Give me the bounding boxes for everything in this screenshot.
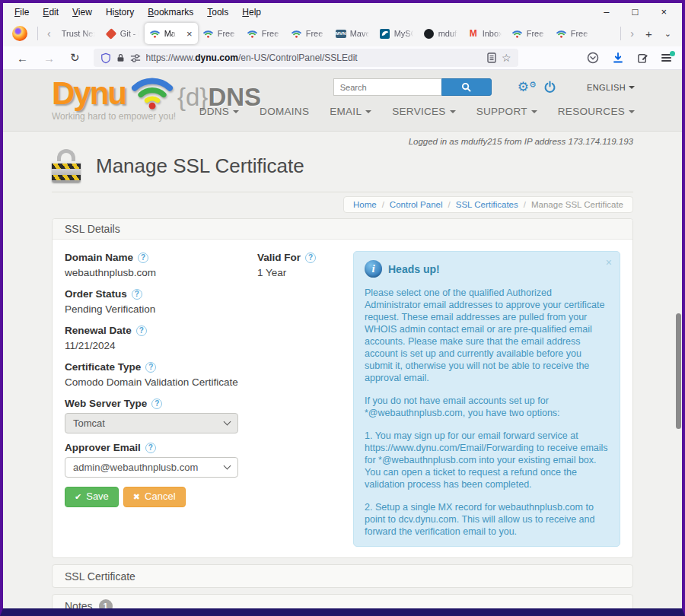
tab[interactable]: MySQ bbox=[374, 23, 419, 44]
reader-mode-icon[interactable] bbox=[487, 52, 496, 63]
reload-button[interactable]: ↻ bbox=[64, 51, 86, 65]
scroll-tabs-left-button[interactable]: ‹ bbox=[42, 27, 56, 40]
help-icon[interactable]: ? bbox=[305, 252, 316, 263]
cancel-button[interactable]: ✖Cancel bbox=[123, 487, 186, 507]
page-title-row: Manage SSL Certificate bbox=[52, 146, 633, 192]
breadcrumb-manage-ssl-certificate: Manage SSL Certificate bbox=[531, 200, 623, 209]
tab[interactable]: MVNMaven bbox=[330, 23, 374, 44]
notes-section[interactable]: Notes 1 bbox=[52, 594, 633, 608]
address-bar[interactable]: https://www.dynu.com/en-US/ControlPanel/… bbox=[94, 49, 518, 67]
nav-label: DOMAINS bbox=[260, 106, 309, 117]
tab[interactable]: Free d bbox=[242, 23, 286, 44]
permissions-icon[interactable] bbox=[130, 53, 141, 63]
bookmark-star-icon[interactable]: ☆ bbox=[502, 52, 511, 64]
breadcrumb-ssl-certificates[interactable]: SSL Certificates bbox=[456, 200, 518, 209]
navigation-toolbar: ← → ↻ https://www.dynu.com/en-US/Control… bbox=[3, 46, 682, 70]
help-icon[interactable]: ? bbox=[132, 289, 142, 300]
menu-help[interactable]: Help bbox=[235, 5, 268, 20]
scroll-tabs-right-button[interactable]: › bbox=[625, 27, 639, 40]
forward-button[interactable]: → bbox=[37, 52, 61, 65]
minimize-button[interactable]: – bbox=[604, 7, 609, 17]
check-icon: ✔ bbox=[75, 491, 81, 502]
help-icon[interactable]: ? bbox=[138, 252, 148, 263]
settings-gears-icon[interactable]: ⚙⚙ bbox=[518, 81, 537, 94]
field-label: Certificate Type bbox=[65, 361, 141, 373]
nav-item-support[interactable]: SUPPORT bbox=[476, 106, 537, 117]
nav-label: RESOURCES bbox=[558, 106, 625, 117]
back-button[interactable]: ← bbox=[11, 52, 34, 65]
caret-down-icon bbox=[365, 110, 371, 113]
help-icon[interactable]: ? bbox=[151, 398, 162, 409]
menu-bar: FileEditViewHistoryBookmarksToolsHelp – … bbox=[3, 3, 682, 21]
language-selector[interactable]: ENGLISH bbox=[587, 83, 635, 92]
selected-option: admin@webauthnplusb.com bbox=[73, 462, 198, 473]
edit-page-icon[interactable] bbox=[637, 52, 648, 64]
field-label: Web Server Type bbox=[65, 398, 147, 409]
breadcrumb-home[interactable]: Home bbox=[353, 200, 377, 209]
save-button[interactable]: ✔Save bbox=[65, 487, 119, 507]
url-text[interactable]: https://www.dynu.com/en-US/ControlPanel/… bbox=[146, 52, 482, 63]
breadcrumb-control-panel[interactable]: Control Panel bbox=[390, 200, 443, 209]
menu-view[interactable]: View bbox=[65, 5, 99, 20]
web-server-type-select[interactable]: Tomcat bbox=[65, 413, 238, 433]
ssl-details-panel: SSL Details Domain Name? webauthnplusb.c… bbox=[52, 218, 633, 558]
tab-active[interactable]: Ma× bbox=[145, 23, 198, 44]
approver-email-select[interactable]: admin@webauthnplusb.com bbox=[65, 457, 238, 478]
tab-label: Trust Nexu bbox=[62, 29, 95, 38]
downloads-icon[interactable] bbox=[612, 52, 624, 64]
field-certificate-type: Certificate Type? Comodo Domain Validati… bbox=[65, 360, 257, 389]
search-box bbox=[333, 78, 492, 96]
tab[interactable]: Trust Nexu bbox=[56, 23, 100, 44]
nav-item-services[interactable]: SERVICES bbox=[392, 106, 455, 117]
caret-down-icon bbox=[629, 86, 635, 89]
notification-dot bbox=[670, 51, 675, 56]
scrollbar-thumb[interactable] bbox=[676, 313, 681, 429]
list-all-tabs-button[interactable]: ⌄ bbox=[658, 29, 677, 39]
help-icon[interactable]: ? bbox=[136, 325, 147, 336]
new-tab-button[interactable]: + bbox=[639, 27, 658, 40]
tab[interactable]: Free d bbox=[507, 23, 551, 44]
close-window-button[interactable]: × bbox=[661, 7, 667, 17]
tab[interactable]: mduff bbox=[419, 23, 463, 44]
mysql-favicon-icon bbox=[380, 28, 390, 39]
menu-history[interactable]: History bbox=[99, 5, 141, 20]
menu-tools[interactable]: Tools bbox=[200, 5, 235, 20]
tab-label: Free d bbox=[527, 29, 546, 38]
section-title: Notes bbox=[65, 600, 93, 609]
pocket-icon[interactable] bbox=[587, 52, 599, 64]
field-order-status: Order Status? Pending Verification bbox=[65, 287, 257, 316]
nav-item-resources[interactable]: RESOURCES bbox=[558, 106, 635, 117]
maximize-button[interactable]: □ bbox=[632, 7, 639, 17]
help-icon[interactable]: ? bbox=[145, 362, 156, 373]
github-favicon-icon bbox=[424, 28, 435, 39]
tab-label: Free d bbox=[571, 29, 590, 38]
nav-item-ddns[interactable]: DDNS bbox=[199, 106, 239, 117]
tracking-shield-icon[interactable] bbox=[100, 52, 111, 64]
wifi-logo-icon bbox=[130, 75, 174, 110]
caret-down-icon bbox=[531, 110, 537, 113]
firefox-icon[interactable] bbox=[12, 26, 27, 41]
tab[interactable]: Free d bbox=[551, 23, 595, 44]
menu-edit[interactable]: Edit bbox=[36, 5, 65, 20]
tab[interactable]: Git - D bbox=[100, 23, 145, 44]
help-icon[interactable]: ? bbox=[145, 443, 156, 453]
lock-icon[interactable] bbox=[116, 52, 125, 63]
search-button[interactable] bbox=[441, 78, 492, 96]
menu-bookmarks[interactable]: Bookmarks bbox=[141, 5, 200, 20]
tab[interactable]: MInbox bbox=[463, 23, 507, 44]
nav-item-email[interactable]: EMAIL bbox=[330, 106, 371, 117]
menu-hamburger-icon[interactable] bbox=[661, 54, 671, 62]
wifi-favicon-icon bbox=[203, 28, 214, 39]
search-input[interactable] bbox=[333, 78, 441, 96]
field-value: 11/21/2024 bbox=[65, 340, 257, 353]
tab-label: Ma bbox=[164, 29, 176, 38]
ssl-certificate-section[interactable]: SSL Certificate bbox=[52, 564, 633, 588]
nav-item-domains[interactable]: DOMAINS bbox=[260, 106, 309, 117]
close-alert-icon[interactable]: × bbox=[606, 257, 612, 268]
logout-power-icon[interactable] bbox=[543, 81, 556, 94]
tab[interactable]: Free d bbox=[198, 23, 242, 44]
tab[interactable]: Free d bbox=[286, 23, 330, 44]
tab-close-icon[interactable]: × bbox=[186, 29, 193, 39]
toolbar-actions bbox=[587, 52, 674, 64]
menu-file[interactable]: File bbox=[8, 5, 36, 20]
